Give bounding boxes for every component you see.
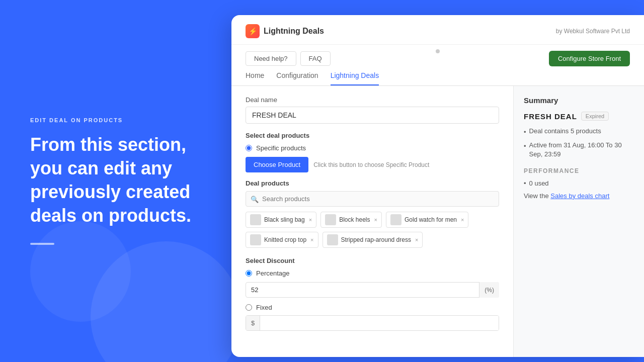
main-description: From this section, you can edit any prev…: [30, 133, 211, 227]
product-thumbnail: [250, 234, 261, 245]
performance-used: • 0 used: [524, 179, 634, 187]
remove-product-button[interactable]: ×: [374, 217, 377, 223]
tab-configuration[interactable]: Configuration: [276, 71, 318, 85]
remove-product-button[interactable]: ×: [309, 217, 312, 223]
card-header: ⚡ Lightning Deals by Webkul Software Pvt…: [231, 15, 644, 45]
summary-title: Summary: [524, 96, 634, 105]
list-item: • Active from 31 Aug, 16:00 To 30 Sep, 2…: [524, 141, 634, 159]
list-item: • Deal contains 5 products: [524, 127, 634, 137]
tab-lightning-deals[interactable]: Lightning Deals: [331, 71, 379, 85]
card-content: Deal name Select deal products Specific …: [231, 86, 644, 357]
product-thumbnail: [250, 214, 261, 225]
remove-product-button[interactable]: ×: [310, 237, 313, 243]
app-icon: ⚡: [246, 24, 260, 38]
nav-bar: Need help? FAQ Configure Store Front: [231, 45, 644, 66]
percent-badge: (%): [479, 282, 499, 298]
view-chart-text: View the Sales by deals chart: [524, 192, 634, 200]
product-tags: Black sling bag × Block heels × Gold wat…: [246, 212, 499, 248]
tab-bar: Home Configuration Lightning Deals: [231, 66, 644, 86]
bullet-icon: •: [524, 142, 526, 151]
search-icon: 🔍: [251, 195, 259, 203]
deal-name-input[interactable]: [246, 107, 499, 124]
summary-item-text: Deal contains 5 products: [529, 127, 601, 136]
app-name: Lightning Deals: [264, 27, 324, 36]
main-card: ⚡ Lightning Deals by Webkul Software Pvt…: [231, 15, 644, 357]
search-box: 🔍: [246, 191, 499, 207]
percentage-input-wrap: (%): [246, 282, 499, 298]
list-item: Stripped rap-around dress ×: [323, 232, 423, 248]
expired-badge: Expired: [581, 112, 609, 121]
specific-products-radio-row: Specific products: [246, 144, 499, 152]
fixed-row: Fixed: [246, 304, 499, 311]
list-item: Black sling bag ×: [246, 212, 316, 228]
deal-name-label: Deal name: [246, 96, 499, 104]
dot-decoration: [436, 49, 440, 53]
summary-items: • Deal contains 5 products • Active from…: [524, 127, 634, 159]
form-area: Deal name Select deal products Specific …: [231, 86, 513, 357]
specific-products-radio[interactable]: [246, 145, 252, 151]
percentage-row: Percentage: [246, 269, 499, 277]
deal-products-label: Deal products: [246, 179, 499, 187]
app-logo: ⚡ Lightning Deals: [246, 24, 324, 38]
choose-product-hint: Click this button to choose Specific Pro…: [313, 161, 429, 168]
product-name: Gold watch for men: [405, 216, 457, 223]
list-item: Gold watch for men ×: [386, 212, 468, 228]
bullet-icon: •: [524, 128, 526, 137]
tab-home[interactable]: Home: [246, 71, 264, 85]
percentage-label: Percentage: [256, 269, 290, 277]
discount-section: Select Discount Percentage (%) Fixed $: [246, 257, 499, 331]
product-thumbnail: [327, 234, 338, 245]
left-panel: EDIT DEAL ON PRODUCTS From this section,…: [0, 0, 242, 362]
dollar-input-wrap: $: [246, 315, 499, 331]
product-name: Black sling bag: [264, 216, 305, 223]
header-byline: by Webkul Software Pvt Ltd: [556, 28, 630, 35]
bullet-icon: •: [524, 179, 526, 187]
summary-item-text: Active from 31 Aug, 16:00 To 30 Sep, 23:…: [529, 141, 634, 159]
specific-products-label: Specific products: [256, 144, 306, 152]
fixed-radio[interactable]: [246, 304, 252, 311]
select-deal-products-label: Select deal products: [246, 132, 499, 139]
section-label: EDIT DEAL ON PRODUCTS: [30, 117, 211, 123]
sales-by-deals-chart-link[interactable]: Sales by deals chart: [550, 192, 609, 200]
performance-title: PERFORMANCE: [524, 167, 634, 174]
percentage-input[interactable]: [246, 282, 499, 298]
need-help-button[interactable]: Need help?: [246, 51, 296, 66]
nav-left-buttons: Need help? FAQ: [246, 51, 331, 66]
search-input[interactable]: [246, 191, 499, 207]
list-item: Block heels ×: [320, 212, 382, 228]
fixed-amount-input[interactable]: [260, 316, 499, 330]
product-thumbnail: [390, 214, 401, 225]
remove-product-button[interactable]: ×: [461, 217, 464, 223]
fixed-label: Fixed: [256, 304, 272, 311]
percentage-radio[interactable]: [246, 270, 252, 277]
product-name: Knitted crop top: [264, 236, 306, 243]
product-name: Stripped rap-around dress: [341, 236, 411, 243]
select-discount-label: Select Discount: [246, 257, 499, 264]
product-thumbnail: [325, 214, 336, 225]
choose-product-button[interactable]: Choose Product: [246, 157, 308, 172]
list-item: Knitted crop top ×: [246, 232, 318, 248]
faq-button[interactable]: FAQ: [300, 51, 331, 66]
summary-deal-name: FRESH DEAL: [524, 112, 577, 121]
summary-panel: Summary FRESH DEAL Expired • Deal contai…: [513, 86, 644, 357]
dollar-prefix: $: [246, 316, 260, 330]
configure-store-front-button[interactable]: Configure Store Front: [549, 51, 630, 66]
remove-product-button[interactable]: ×: [415, 237, 418, 243]
product-name: Block heels: [339, 216, 370, 223]
